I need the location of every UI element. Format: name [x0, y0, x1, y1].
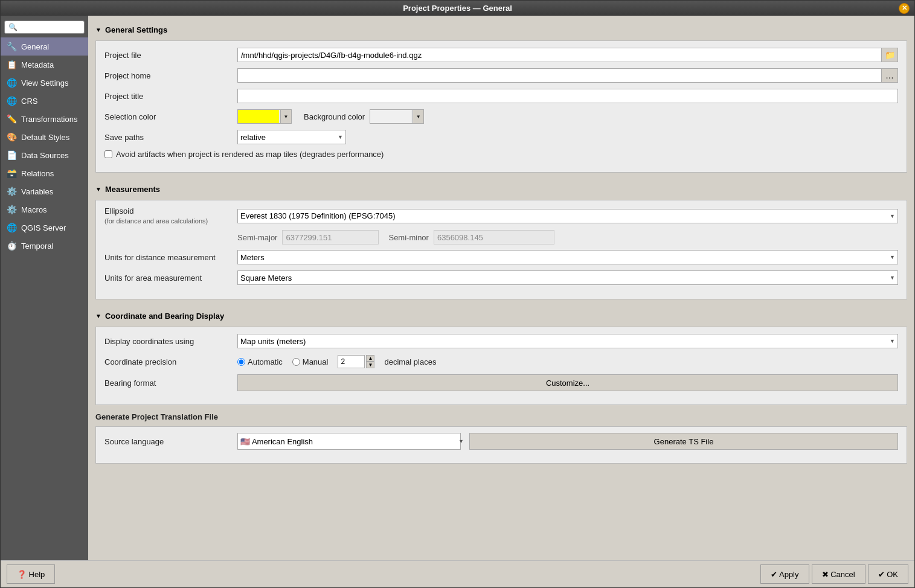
apply-button[interactable]: ✔ Apply: [760, 564, 809, 584]
sidebar-item-general[interactable]: 🔧 General: [1, 37, 88, 56]
ellipsoid-label: Ellipsoid (for distance and area calcula…: [104, 206, 237, 225]
avoid-artifacts-label: Avoid artifacts when project is rendered…: [116, 150, 384, 159]
sidebar-icon-crs: 🌐: [5, 95, 18, 107]
manual-label: Manual: [303, 357, 329, 366]
search-box[interactable]: 🔍: [4, 21, 85, 34]
search-input[interactable]: [20, 23, 80, 31]
sidebar: 🔍 🔧 General 📋 Metadata 🌐 View Settings 🌐…: [1, 16, 88, 560]
measurements-section: ▼ Measurements Ellipsoid (for distance a…: [95, 180, 907, 307]
coord-precision-label: Coordinate precision: [104, 357, 237, 366]
project-title-row: Project title: [104, 88, 898, 104]
save-paths-row: Save paths relative absolute: [104, 129, 898, 145]
save-paths-select[interactable]: relative absolute: [237, 130, 346, 144]
automatic-radio-item[interactable]: Automatic: [237, 357, 283, 366]
save-paths-label: Save paths: [104, 133, 237, 142]
display-coords-select[interactable]: Map units (meters): [237, 334, 898, 348]
area-label: Units for area measurement: [104, 273, 237, 283]
bearing-label: Bearing format: [104, 379, 237, 388]
right-buttons: ✔ Apply ✖ Cancel ✔ OK: [760, 564, 908, 584]
coordinate-section: ▼ Coordinate and Bearing Display Display…: [95, 307, 907, 412]
sidebar-item-default-styles[interactable]: 🎨 Default Styles: [1, 128, 88, 146]
help-button[interactable]: ❓ Help: [7, 564, 55, 584]
project-file-input[interactable]: [237, 48, 881, 62]
selection-color-button[interactable]: ▼: [237, 109, 292, 124]
generate-ts-button[interactable]: Generate TS File: [469, 433, 898, 450]
sidebar-label-variables: Variables: [21, 187, 53, 196]
lang-select[interactable]: 🇺🇸 American English: [237, 433, 461, 450]
translation-header: Generate Project Translation File: [95, 412, 907, 421]
lang-select-wrapper: 🇺🇸 American English: [237, 433, 467, 450]
project-home-input[interactable]: [237, 68, 881, 83]
sidebar-label-crs: CRS: [21, 97, 37, 106]
measurements-box: Ellipsoid (for distance and area calcula…: [95, 200, 907, 299]
decimal-places-input[interactable]: [338, 355, 365, 368]
sidebar-item-qgis-server[interactable]: 🌐 QGIS Server: [1, 219, 88, 237]
decimal-down-button[interactable]: ▼: [366, 362, 374, 368]
sidebar-item-metadata[interactable]: 📋 Metadata: [1, 56, 88, 74]
precision-radio-group: Automatic Manual ▲ ▼: [237, 355, 436, 368]
avoid-artifacts-checkbox[interactable]: [104, 150, 112, 158]
sidebar-label-transformations: Transformations: [21, 115, 77, 124]
ellipsoid-select[interactable]: Everest 1830 (1975 Definition) (EPSG:704…: [237, 209, 898, 223]
manual-radio[interactable]: [292, 358, 300, 366]
sidebar-item-transformations[interactable]: ✏️ Transformations: [1, 110, 88, 128]
sidebar-icon-qgis-server: 🌐: [5, 222, 18, 234]
sidebar-item-macros[interactable]: ⚙️ Macros: [1, 200, 88, 219]
selection-color-dropdown[interactable]: ▼: [280, 110, 291, 123]
avoid-artifacts-row: Avoid artifacts when project is rendered…: [104, 150, 898, 159]
general-settings-header: ▼ General Settings: [95, 25, 907, 34]
ok-button[interactable]: ✔ OK: [868, 564, 908, 584]
decimal-up-button[interactable]: ▲: [366, 355, 374, 362]
sidebar-icon-variables: ⚙️: [5, 185, 18, 197]
source-lang-label: Source language: [104, 437, 237, 446]
collapse-coordinate-arrow[interactable]: ▼: [95, 313, 101, 319]
display-coords-label: Display coordinates using: [104, 337, 237, 346]
sidebar-item-relations[interactable]: 🗃️ Relations: [1, 164, 88, 182]
decimal-spinners: ▲ ▼: [366, 355, 374, 368]
bearing-row: Bearing format Customize...: [104, 374, 898, 391]
collapse-measurements-arrow[interactable]: ▼: [95, 186, 101, 193]
sidebar-label-metadata: Metadata: [21, 60, 54, 69]
project-file-input-group: 📁: [237, 48, 898, 62]
project-title-label: Project title: [104, 92, 237, 101]
distance-select[interactable]: Meters: [237, 250, 898, 264]
background-color-dropdown[interactable]: ▼: [413, 110, 423, 123]
general-settings-section: ▼ General Settings Project file 📁 Pro: [95, 21, 907, 180]
sidebar-item-data-sources[interactable]: 📄 Data Sources: [1, 146, 88, 164]
manual-radio-item[interactable]: Manual: [292, 357, 329, 366]
selection-color-label: Selection color: [104, 112, 237, 121]
sidebar-label-relations: Relations: [21, 169, 54, 178]
background-color-button[interactable]: ▼: [370, 109, 424, 124]
coordinate-box: Display coordinates using Map units (met…: [95, 327, 907, 405]
area-select[interactable]: Square Meters: [237, 270, 898, 285]
source-lang-row: Source language 🇺🇸 American English Gene…: [104, 433, 898, 450]
automatic-radio[interactable]: [237, 358, 245, 366]
distance-label: Units for distance measurement: [104, 253, 237, 262]
project-title-input[interactable]: [237, 89, 898, 103]
distance-row: Units for distance measurement Meters: [104, 249, 898, 265]
close-button[interactable]: ✕: [899, 3, 910, 14]
cancel-button[interactable]: ✖ Cancel: [812, 564, 865, 584]
semi-row: Semi-major Semi-minor: [237, 230, 898, 244]
area-row: Units for area measurement Square Meters: [104, 270, 898, 286]
automatic-label: Automatic: [248, 357, 283, 366]
sidebar-label-macros: Macros: [21, 205, 47, 214]
customize-button[interactable]: Customize...: [237, 374, 898, 391]
sidebar-item-crs[interactable]: 🌐 CRS: [1, 92, 88, 110]
display-coords-row: Display coordinates using Map units (met…: [104, 333, 898, 349]
sidebar-label-general: General: [21, 42, 49, 51]
sidebar-item-variables[interactable]: ⚙️ Variables: [1, 182, 88, 200]
project-file-label: Project file: [104, 51, 237, 60]
sidebar-icon-metadata: 📋: [5, 59, 18, 71]
colors-row: Selection color ▼ Background color ▼: [104, 109, 898, 124]
collapse-general-arrow[interactable]: ▼: [95, 27, 101, 33]
window-title: Project Properties — General: [403, 4, 512, 13]
sidebar-item-temporal[interactable]: ⏱️ Temporal: [1, 237, 88, 255]
sidebar-item-view-settings[interactable]: 🌐 View Settings: [1, 74, 88, 92]
save-paths-select-wrapper: relative absolute: [237, 130, 346, 144]
project-home-browse-button[interactable]: …: [881, 68, 898, 83]
project-file-browse-button[interactable]: 📁: [881, 48, 898, 62]
project-home-row: Project home …: [104, 68, 898, 83]
translation-section: Generate Project Translation File Source…: [95, 412, 907, 471]
sidebar-label-default-styles: Default Styles: [21, 133, 69, 142]
